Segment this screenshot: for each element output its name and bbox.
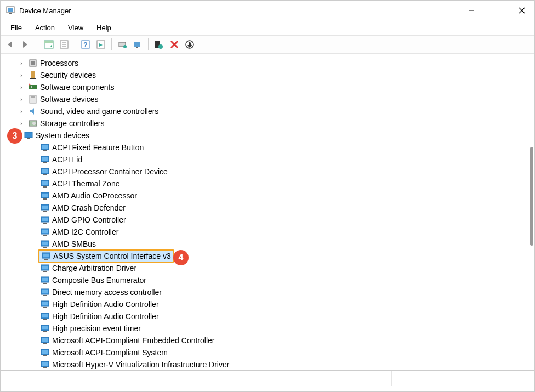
system-device-icon bbox=[40, 348, 50, 357]
category-label: Processors bbox=[40, 59, 78, 67]
device-item[interactable]: AMD Audio CoProcessor bbox=[1, 190, 534, 202]
disable-device-button[interactable] bbox=[130, 37, 145, 52]
device-item[interactable]: AMD GPIO Controller bbox=[1, 214, 534, 226]
svg-rect-68 bbox=[42, 230, 48, 233]
svg-rect-23 bbox=[136, 47, 138, 48]
expander-icon[interactable]: › bbox=[17, 60, 26, 66]
device-label: ACPI Lid bbox=[52, 155, 82, 164]
svg-rect-51 bbox=[43, 162, 47, 163]
system-device-icon bbox=[41, 251, 51, 261]
svg-rect-35 bbox=[30, 78, 36, 79]
menubar: File Action View Help bbox=[1, 20, 534, 35]
category-label: Storage controllers bbox=[40, 119, 105, 128]
expander-icon[interactable]: › bbox=[17, 121, 26, 127]
svg-rect-56 bbox=[42, 181, 48, 185]
svg-rect-62 bbox=[42, 206, 48, 209]
enable-device-button[interactable] bbox=[152, 37, 166, 52]
device-item[interactable]: High Definition Audio Controller bbox=[1, 298, 534, 310]
system-device-icon bbox=[40, 311, 50, 321]
category-software-devices[interactable]: ›Software devices bbox=[1, 93, 534, 105]
expander-icon[interactable]: › bbox=[17, 84, 26, 90]
device-item[interactable]: Microsoft ACPI-Compliant Embedded Contro… bbox=[1, 334, 534, 346]
device-item[interactable]: AMD I2C Controller bbox=[1, 226, 534, 238]
device-item[interactable]: ACPI Thermal Zone bbox=[1, 178, 534, 190]
category-software-components[interactable]: ›Software components bbox=[1, 81, 534, 93]
svg-marker-7 bbox=[8, 41, 12, 48]
device-item[interactable]: Composite Bus Enumerator bbox=[1, 274, 534, 286]
back-button[interactable] bbox=[5, 37, 19, 52]
svg-rect-69 bbox=[43, 235, 47, 236]
callout-4: 4 bbox=[173, 250, 189, 265]
show-hide-console-button[interactable] bbox=[42, 37, 56, 52]
svg-rect-77 bbox=[42, 266, 48, 269]
device-item[interactable]: AMD Crash Defender bbox=[1, 202, 534, 214]
device-item[interactable]: Charge Arbitration Driver bbox=[1, 262, 534, 274]
device-item[interactable]: Microsoft ACPI-Compliant System bbox=[1, 346, 534, 359]
svg-rect-4 bbox=[494, 8, 499, 13]
menu-help[interactable]: Help bbox=[91, 21, 117, 34]
add-legacy-hardware-button[interactable] bbox=[183, 37, 197, 52]
svg-rect-1 bbox=[8, 8, 13, 12]
device-item[interactable]: Microsoft Hyper-V Virtualization Infrast… bbox=[1, 359, 534, 370]
device-item[interactable]: ACPI Processor Container Device bbox=[1, 166, 534, 178]
device-tree[interactable]: ›Processors›Security devices›Software co… bbox=[1, 54, 534, 370]
uninstall-device-button[interactable] bbox=[167, 37, 181, 52]
device-label: Microsoft Hyper-V Virtualization Infrast… bbox=[52, 360, 229, 369]
device-label: Direct memory access controller bbox=[52, 288, 162, 297]
maximize-button[interactable] bbox=[484, 2, 509, 19]
menu-action[interactable]: Action bbox=[30, 21, 60, 34]
device-label: AMD Audio CoProcessor bbox=[52, 191, 137, 200]
forward-button[interactable] bbox=[20, 37, 35, 52]
expander-icon[interactable]: › bbox=[17, 109, 26, 115]
category-system-devices[interactable]: ⌄System devices bbox=[1, 129, 534, 141]
svg-rect-86 bbox=[42, 302, 48, 305]
minimize-button[interactable] bbox=[459, 2, 484, 19]
system-device-icon bbox=[40, 191, 50, 201]
category-storage-controllers[interactable]: ›Storage controllers bbox=[1, 117, 534, 129]
svg-rect-65 bbox=[42, 218, 48, 221]
device-item[interactable]: Direct memory access controller bbox=[1, 286, 534, 298]
expander-icon[interactable]: › bbox=[17, 96, 26, 103]
svg-rect-37 bbox=[31, 86, 32, 88]
cpu-icon bbox=[28, 58, 38, 68]
svg-point-38 bbox=[29, 84, 31, 86]
svg-rect-93 bbox=[43, 331, 47, 332]
statusbar bbox=[1, 371, 534, 386]
category-processors[interactable]: ›Processors bbox=[1, 57, 534, 69]
menu-view[interactable]: View bbox=[62, 21, 89, 34]
svg-rect-36 bbox=[29, 85, 37, 89]
expander-icon[interactable]: › bbox=[17, 72, 26, 78]
menu-file[interactable]: File bbox=[5, 21, 27, 34]
svg-rect-44 bbox=[25, 132, 32, 138]
system-device-icon bbox=[40, 239, 50, 249]
category-sound-video-and-game-controllers[interactable]: ›Sound, video and game controllers bbox=[1, 105, 534, 117]
device-item[interactable]: ACPI Fixed Feature Button bbox=[1, 141, 534, 154]
callout-3: 3 bbox=[7, 128, 22, 144]
properties-button[interactable] bbox=[57, 37, 71, 52]
device-item[interactable]: High precision event timer bbox=[1, 322, 534, 334]
category-security-devices[interactable]: ›Security devices bbox=[1, 69, 534, 81]
device-label: ASUS System Control Interface v3 bbox=[53, 252, 171, 260]
category-label: Security devices bbox=[40, 71, 96, 79]
system-device-icon bbox=[40, 155, 50, 164]
device-item[interactable]: ACPI Lid bbox=[1, 154, 534, 166]
close-button[interactable] bbox=[509, 2, 534, 19]
device-item[interactable]: High Definition Audio Controller bbox=[1, 310, 534, 322]
svg-rect-80 bbox=[42, 278, 48, 281]
svg-rect-47 bbox=[42, 145, 48, 149]
svg-rect-54 bbox=[43, 174, 47, 175]
device-item[interactable]: ASUS System Control Interface v3 bbox=[1, 250, 534, 262]
update-driver-button[interactable] bbox=[115, 37, 129, 52]
scan-hardware-button[interactable] bbox=[94, 37, 108, 52]
svg-rect-87 bbox=[43, 307, 47, 308]
device-label: High Definition Audio Controller bbox=[52, 312, 159, 321]
scrollbar-thumb[interactable] bbox=[530, 147, 533, 246]
device-item[interactable]: AMD SMBus bbox=[1, 238, 534, 250]
help-button[interactable]: ? bbox=[78, 37, 93, 52]
security-icon bbox=[28, 70, 38, 80]
device-label: Microsoft ACPI-Compliant Embedded Contro… bbox=[52, 336, 214, 345]
device-label: ACPI Thermal Zone bbox=[52, 179, 119, 188]
svg-rect-50 bbox=[42, 157, 48, 161]
svg-rect-75 bbox=[44, 259, 48, 260]
callout-3-label: 3 bbox=[13, 131, 18, 141]
